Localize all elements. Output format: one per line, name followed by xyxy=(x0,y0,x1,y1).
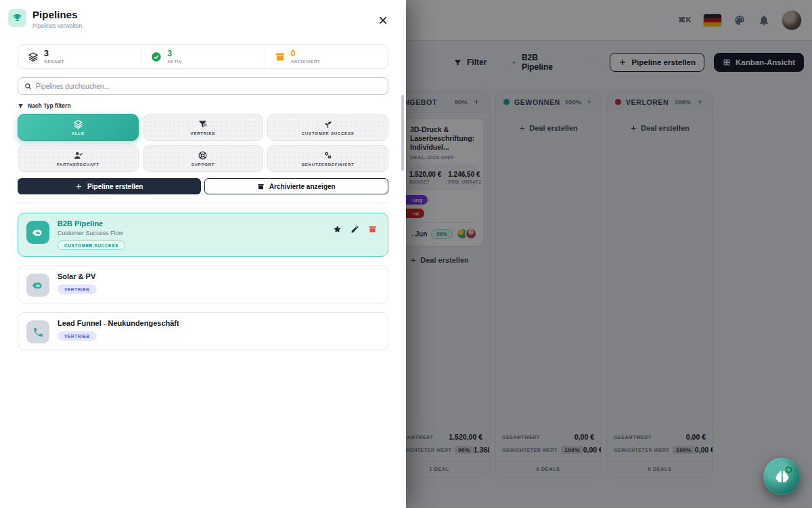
funnel-icon xyxy=(18,103,24,109)
type-filter-alle[interactable]: ALLE xyxy=(18,114,139,141)
type-filter-label: SUPPORT xyxy=(191,163,215,167)
trophy-icon xyxy=(8,9,26,27)
type-filter-label: PARTNERSCHAFT xyxy=(57,163,99,167)
stat-active-label: AKTIV xyxy=(167,60,182,64)
screen: ⌘K Filter B2B Pipeline Pipeline erstelle… xyxy=(0,0,812,508)
search-input[interactable] xyxy=(36,83,382,90)
star-icon[interactable] xyxy=(333,225,342,234)
divider xyxy=(18,203,388,203)
type-filter-label: BENUTZERDEFINIERT xyxy=(302,163,355,167)
search-icon xyxy=(24,83,32,90)
plus-icon xyxy=(75,183,83,190)
pipeline-name: Solar & PV xyxy=(58,272,97,280)
type-filter-grid: ALLE $ VERTRIEB CUSTOMER SUCCESS PARTNER… xyxy=(18,114,388,172)
type-filter-support[interactable]: SUPPORT xyxy=(143,145,264,172)
stat-archived-value: 0 xyxy=(291,49,321,58)
close-icon[interactable] xyxy=(378,15,388,26)
type-filter-benutzerdefiniert[interactable]: BENUTZERDEFINIERT xyxy=(267,145,388,172)
type-filter-label: CUSTOMER SUCCESS xyxy=(302,131,355,135)
pipelines-modal: Pipelines Pipelines verwalten 3GESAMT 3A… xyxy=(0,0,406,508)
stat-total: 3GESAMT xyxy=(18,45,141,68)
modal-scrollbar[interactable] xyxy=(401,95,404,171)
stat-total-value: 3 xyxy=(44,49,64,58)
ai-assistant-button[interactable] xyxy=(763,458,800,495)
type-filter-label: VERTRIEB xyxy=(191,131,216,135)
lifebuoy-icon xyxy=(198,150,208,161)
type-filter-partnerschaft[interactable]: PARTNERSCHAFT xyxy=(18,145,139,172)
modal-title: Pipelines xyxy=(32,9,378,20)
pipeline-stats: 3GESAMT 3AKTIV 0ARCHIVIERT xyxy=(18,44,388,69)
archive-icon xyxy=(275,51,286,62)
modal-subtitle: Pipelines verwalten xyxy=(32,22,378,29)
handshake-icon xyxy=(26,221,49,244)
ai-status-dot xyxy=(786,467,792,473)
stat-archived-label: ARCHIVIERT xyxy=(291,60,321,64)
archive-icon xyxy=(257,183,265,190)
pipeline-item-solar-pv[interactable]: Solar & PV VERTRIEB xyxy=(18,266,388,303)
type-filter-customer-success[interactable]: CUSTOMER SUCCESS xyxy=(267,114,388,141)
pipeline-type-badge: VERTRIEB xyxy=(58,331,97,341)
funnel-dollar-icon: $ xyxy=(198,119,208,129)
stat-total-label: GESAMT xyxy=(44,60,64,64)
stat-archived: 0ARCHIVIERT xyxy=(265,45,388,68)
create-pipeline-button[interactable]: Pipeline erstellen xyxy=(18,178,201,194)
create-pipeline-label: Pipeline erstellen xyxy=(87,183,143,190)
filter-by-type: Nach Typ filtern xyxy=(18,102,388,109)
pipeline-search[interactable] xyxy=(18,77,388,95)
gears-icon xyxy=(323,150,333,161)
layers-icon xyxy=(28,51,39,62)
stat-active-value: 3 xyxy=(167,49,182,58)
pipeline-description: Customer Success Flow xyxy=(58,230,125,236)
filter-by-type-label: Nach Typ filtern xyxy=(28,102,71,109)
pipeline-type-badge: VERTRIEB xyxy=(58,284,97,294)
pipeline-name: Lead Funnel - Neukundengeschäft xyxy=(58,319,179,327)
type-filter-vertrieb[interactable]: $ VERTRIEB xyxy=(143,114,264,141)
pipeline-name: B2B Pipeline xyxy=(58,219,125,228)
pipeline-type-badge: CUSTOMER SUCCESS xyxy=(58,240,125,250)
stat-active: 3AKTIV xyxy=(141,45,264,68)
pipeline-item-b2b[interactable]: B2B Pipeline Customer Success Flow CUSTO… xyxy=(18,213,388,257)
handshake-icon xyxy=(26,274,49,297)
check-circle-icon xyxy=(151,51,162,62)
edit-pencil-icon[interactable] xyxy=(351,225,359,234)
archive-delete-icon[interactable] xyxy=(368,225,377,234)
user-check-icon xyxy=(73,150,83,161)
phone-icon xyxy=(26,320,49,343)
layers-icon xyxy=(73,119,83,129)
show-archived-label: Archivierte anzeigen xyxy=(269,183,336,190)
pipeline-item-lead-funnel[interactable]: Lead Funnel - Neukundengeschäft VERTRIEB xyxy=(18,312,388,350)
show-archived-button[interactable]: Archivierte anzeigen xyxy=(204,178,389,194)
seedling-icon xyxy=(323,119,333,129)
type-filter-label: ALLE xyxy=(72,131,85,135)
